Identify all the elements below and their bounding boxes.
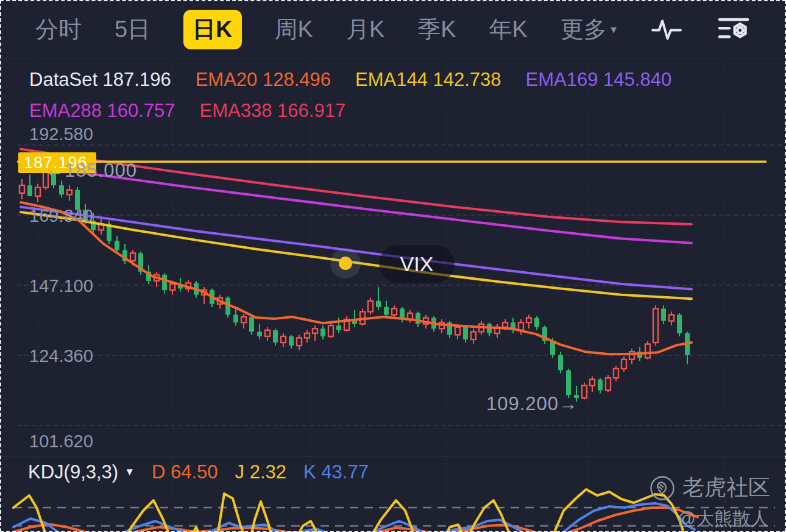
- tab-5day[interactable]: 5日: [115, 14, 150, 45]
- watermark-brand: 老虎社区: [682, 473, 770, 503]
- watermark-user: @大熊散人: [678, 506, 769, 531]
- period-tab-bar: 分时5日日K周K月K季K年K更多▾: [0, 0, 786, 59]
- ema288-legend: EMA288 160.757: [29, 100, 175, 122]
- kdj-value-k: K 43.77: [303, 461, 369, 483]
- price-axis-label: 169.840: [29, 206, 93, 226]
- watermark: 老虎社区 @大熊散人: [650, 473, 770, 531]
- candlestick-layer: [19, 155, 690, 402]
- waveform-icon[interactable]: [650, 15, 684, 44]
- price-axis-label: 124.360: [29, 346, 93, 366]
- tab-minute[interactable]: 分时: [35, 14, 82, 45]
- kdj-params-dropdown[interactable]: KDJ(9,3,3) ▼: [28, 461, 135, 483]
- low-109-label: 109.200→: [486, 393, 578, 415]
- price-axis-label: 147.100: [29, 276, 93, 296]
- tiger-community-logo-icon: [650, 475, 675, 501]
- price-axis-label: 101.620: [29, 431, 93, 452]
- trading-chart-screen: 分时5日日K周K月K季K年K更多▾ DataSet 187.196EMA20 1…: [0, 0, 786, 532]
- vix-marker-dot[interactable]: [339, 257, 352, 270]
- tab-yearly[interactable]: 年K: [489, 14, 528, 45]
- ema20-legend: EMA20 128.496: [196, 69, 331, 91]
- tab-daily[interactable]: 日K: [183, 10, 241, 49]
- tab-weekly[interactable]: 周K: [275, 14, 313, 45]
- dataset-legend: DataSet 187.196: [29, 69, 171, 91]
- price-axis-label: 192.580: [29, 124, 93, 144]
- tab-more[interactable]: 更多▾: [561, 14, 617, 45]
- legend-row-1: DataSet 187.196EMA20 128.496EMA144 142.7…: [29, 69, 671, 91]
- kdj-params-label: KDJ(9,3,3): [28, 461, 118, 483]
- legend-row-2: EMA288 160.757EMA338 166.917: [29, 100, 345, 122]
- ema338-legend: EMA338 166.917: [200, 100, 346, 122]
- tab-monthly[interactable]: 月K: [346, 14, 384, 45]
- indicator-settings-icon[interactable]: [717, 15, 751, 44]
- chevron-down-icon: ▼: [124, 466, 135, 478]
- ema169-legend: EMA169 145.840: [526, 69, 672, 91]
- vix-series-tag[interactable]: VIX: [379, 245, 455, 283]
- kdj-value-d: D 64.50: [152, 461, 218, 483]
- level-185-label: ←185.000: [45, 160, 137, 182]
- kdj-value-j: J 2.32: [235, 461, 286, 483]
- chevron-down-icon: ▾: [611, 23, 617, 36]
- tab-quarterly[interactable]: 季K: [417, 14, 456, 45]
- ema144-legend: EMA144 142.738: [355, 69, 501, 91]
